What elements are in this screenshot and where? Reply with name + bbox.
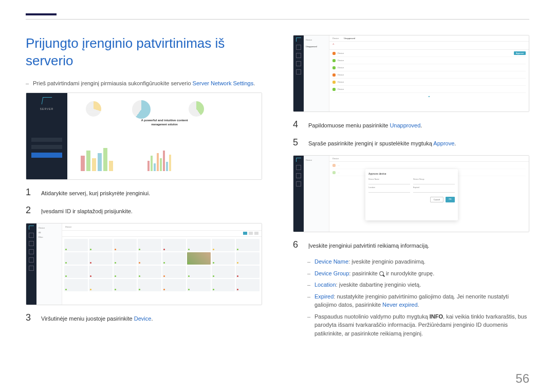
sidebar-item[interactable]: All <box>39 230 60 235</box>
page-number: 56 <box>515 371 529 386</box>
device-tile[interactable] <box>89 279 113 291</box>
nav-icon[interactable] <box>296 165 301 170</box>
step-text: Įveskite įrenginiui patvirtinti reikiamą… <box>308 239 429 250</box>
device-tile[interactable] <box>212 266 235 278</box>
device-name-field[interactable] <box>368 180 410 184</box>
device-tile[interactable] <box>89 266 113 278</box>
breadcrumb: Device <box>332 157 339 160</box>
login-id-field[interactable] <box>31 138 62 142</box>
location-field[interactable] <box>368 189 410 193</box>
table-row[interactable]: Device <box>332 57 526 64</box>
device-tile[interactable] <box>162 279 186 291</box>
device-group-field[interactable] <box>413 180 455 184</box>
device-tile[interactable] <box>212 279 235 291</box>
nav-icon[interactable] <box>29 233 34 238</box>
sub-label: Location <box>314 282 336 288</box>
ss2-toolbar <box>62 231 262 237</box>
login-password-field[interactable] <box>31 145 62 149</box>
device-tile[interactable] <box>114 279 137 291</box>
nav-icon[interactable] <box>29 257 34 263</box>
device-tile[interactable] <box>236 266 260 278</box>
nav-icon[interactable] <box>29 241 34 246</box>
device-tile[interactable] <box>212 239 235 251</box>
ss3-topbar: Device Unapproved <box>329 35 529 42</box>
toolbar-button[interactable] <box>249 232 253 235</box>
sidebar-item[interactable]: Device <box>306 158 327 162</box>
nav-icon[interactable] <box>29 266 34 271</box>
login-button[interactable] <box>31 153 62 158</box>
tab-unapproved[interactable]: Unapproved <box>344 37 355 40</box>
search-icon <box>379 271 384 276</box>
device-tile[interactable] <box>162 266 186 278</box>
device-tile[interactable] <box>138 279 161 291</box>
sidebar-item-unapproved[interactable]: Unapproved <box>306 44 327 49</box>
device-tile[interactable] <box>114 266 137 278</box>
logo-icon <box>296 38 301 42</box>
expired-field[interactable] <box>413 189 455 193</box>
intro-note-suffix: . <box>253 80 255 86</box>
cancel-button[interactable]: Cancel <box>430 197 443 202</box>
nav-icon[interactable] <box>296 53 301 58</box>
device-tile[interactable] <box>187 239 211 251</box>
device-tile[interactable] <box>64 252 88 265</box>
sub-label: Device Group <box>314 270 349 276</box>
intro-note-prefix: Prieš patvirtindami įrenginį pirmiausia … <box>33 80 193 86</box>
nav-icon[interactable] <box>296 45 301 50</box>
device-tile[interactable] <box>162 239 186 251</box>
step-6: 6 Įveskite įrenginiui patvirtinti reikia… <box>293 239 529 250</box>
device-tile[interactable] <box>187 279 211 291</box>
step-text-prefix: Viršutinėje meniu juostoje pasirinkite <box>41 315 134 322</box>
pagination[interactable]: ■ <box>329 93 529 100</box>
device-tile[interactable] <box>236 279 260 291</box>
sub-item-device-group: Device Group: pasirinkite ir nurodykite … <box>307 269 529 278</box>
table-row[interactable]: DeviceApprove <box>332 50 526 57</box>
ok-button[interactable]: OK <box>446 197 455 202</box>
sub-text: : įveskite dabartinę įrenginio vietą. <box>336 282 421 288</box>
approve-button[interactable]: Approve <box>514 51 526 55</box>
device-tile[interactable] <box>138 266 161 278</box>
bar-chart-icon <box>81 148 113 171</box>
table-row[interactable]: Device <box>332 64 526 71</box>
device-tile[interactable] <box>89 252 113 265</box>
device-tile[interactable] <box>162 252 186 265</box>
device-tile[interactable] <box>138 239 161 251</box>
step-text-suffix: . <box>454 140 456 146</box>
sidebar-item[interactable]: Device <box>39 226 60 230</box>
device-tile[interactable] <box>89 239 113 251</box>
step-number: 6 <box>293 239 300 250</box>
step-3: 3 Viršutinėje meniu juostoje pasirinkite… <box>26 312 262 323</box>
step-text-suffix: . <box>420 122 422 128</box>
sub-item-info: Paspaudus nuotolinio valdymo pulto mygtu… <box>307 312 529 338</box>
device-tile[interactable] <box>64 266 88 278</box>
device-tile[interactable] <box>64 279 88 291</box>
device-tile[interactable] <box>114 252 137 265</box>
breadcrumb: Device <box>332 37 339 40</box>
device-tile[interactable] <box>138 252 161 265</box>
device-tile[interactable] <box>114 239 137 251</box>
toolbar-button[interactable] <box>254 232 258 235</box>
sub-text: Paspaudus nuotolinio valdymo pulto mygtu… <box>314 313 430 320</box>
table-row[interactable]: Device <box>332 79 526 86</box>
sidebar-item[interactable]: Device <box>306 38 327 42</box>
table-row[interactable]: Device <box>332 71 526 79</box>
toolbar-button[interactable] <box>243 232 247 235</box>
nav-icon[interactable] <box>296 61 301 66</box>
device-tile[interactable] <box>187 266 211 278</box>
device-tile[interactable] <box>236 239 260 251</box>
device-grid <box>62 237 262 293</box>
step-text-prefix: Papildomuose meniu pasirinkite <box>308 122 390 128</box>
screenshot-unapproved-list: Device Unapproved Device Unapproved ⚠ De… <box>293 35 529 112</box>
nav-icon[interactable] <box>29 249 34 254</box>
device-tile[interactable] <box>212 252 235 265</box>
ss4-sidebar: Device <box>304 156 329 232</box>
sidebar-item[interactable]: Filter <box>39 235 60 239</box>
table-row[interactable]: Device <box>332 86 526 93</box>
right-column: Device Unapproved Device Unapproved ⚠ De… <box>293 35 529 341</box>
info-bold: INFO <box>430 313 443 320</box>
nav-icon[interactable] <box>296 173 301 178</box>
device-tile[interactable] <box>64 239 88 251</box>
nav-icon[interactable] <box>296 181 301 186</box>
device-tile[interactable] <box>236 252 260 265</box>
nav-icon[interactable] <box>296 69 301 74</box>
device-tile[interactable] <box>187 252 211 265</box>
